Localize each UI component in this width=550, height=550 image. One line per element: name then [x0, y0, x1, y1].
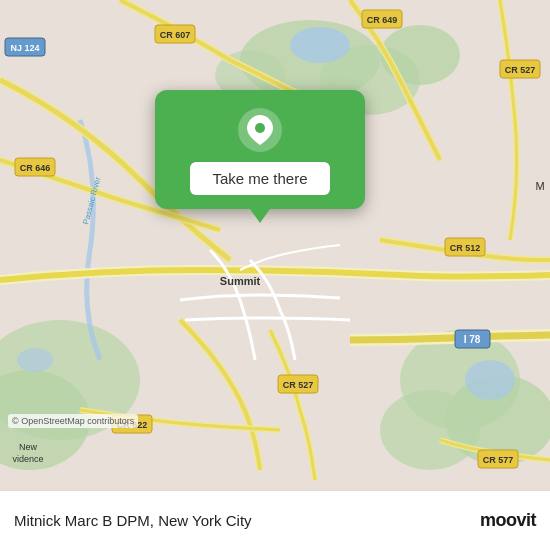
- svg-point-11: [465, 360, 515, 400]
- svg-text:CR 512: CR 512: [450, 243, 481, 253]
- svg-text:M: M: [535, 180, 544, 192]
- svg-text:Summit: Summit: [220, 275, 261, 287]
- popup-card: Take me there: [155, 90, 365, 209]
- svg-text:I 78: I 78: [464, 334, 481, 345]
- svg-text:CR 527: CR 527: [505, 65, 536, 75]
- bottom-bar: Mitnick Marc B DPM, New York City moovit: [0, 490, 550, 550]
- location-icon-circle: [238, 108, 282, 152]
- attribution-text: © OpenStreetMap contributors: [12, 416, 134, 426]
- svg-text:CR 646: CR 646: [20, 163, 51, 173]
- svg-text:CR 607: CR 607: [160, 30, 191, 40]
- svg-point-12: [17, 348, 53, 372]
- place-name: Mitnick Marc B DPM, New York City: [14, 512, 480, 529]
- take-me-there-button[interactable]: Take me there: [190, 162, 329, 195]
- svg-point-10: [290, 27, 350, 63]
- svg-text:CR 649: CR 649: [367, 15, 398, 25]
- svg-text:NJ 124: NJ 124: [10, 43, 39, 53]
- moovit-brand-text: moovit: [480, 510, 536, 531]
- svg-point-9: [380, 390, 480, 470]
- svg-point-38: [255, 123, 265, 133]
- svg-text:CR 527: CR 527: [283, 380, 314, 390]
- moovit-logo: moovit: [480, 510, 536, 531]
- svg-text:vidence: vidence: [12, 454, 43, 464]
- svg-point-3: [380, 25, 460, 85]
- map-attribution: © OpenStreetMap contributors: [8, 414, 138, 428]
- svg-text:New: New: [19, 442, 38, 452]
- svg-text:CR 577: CR 577: [483, 455, 514, 465]
- map-container: I 78 NJ 124 CR 607 CR 649 CR 527: [0, 0, 550, 490]
